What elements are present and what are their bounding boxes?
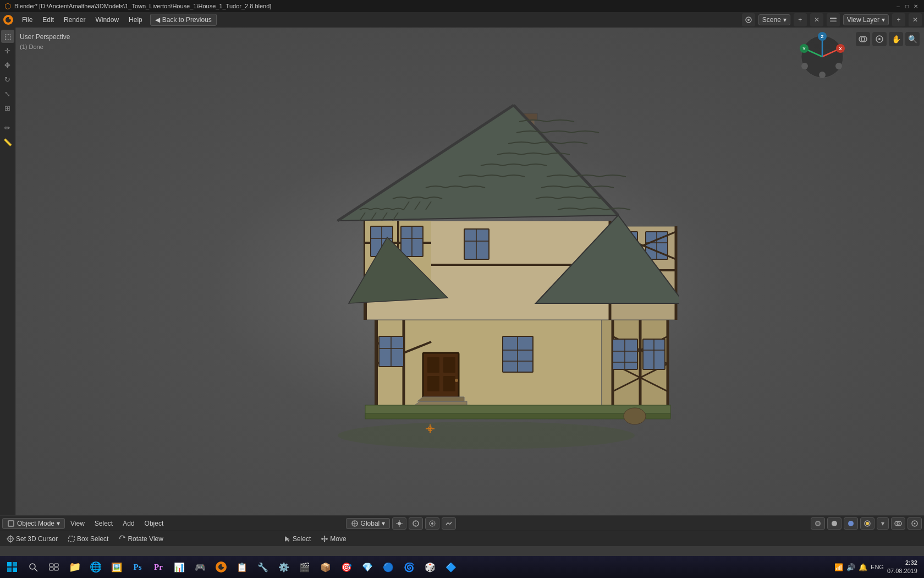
move-tool[interactable]: ✥ <box>1 58 14 72</box>
svg-point-122 <box>832 521 837 526</box>
back-arrow-icon: ◀ <box>155 16 160 24</box>
taskbar-steam[interactable]: 🎮 <box>190 557 210 577</box>
add-menu-btn[interactable]: Add <box>118 519 139 528</box>
rendered-mode-btn[interactable] <box>860 517 875 530</box>
tool-group-center: Select Move <box>279 534 351 544</box>
view-layer-selector[interactable]: View Layer ▾ <box>843 14 889 25</box>
global-transform-btn[interactable]: Global ▾ <box>346 518 391 529</box>
set-cursor-tool-btn[interactable]: Set 3D Cursor <box>2 534 62 544</box>
material-mode-btn[interactable] <box>844 517 858 530</box>
viewport-shading-options[interactable]: ▾ <box>877 517 889 530</box>
volume-icon[interactable]: 🔊 <box>846 563 855 571</box>
minimize-button[interactable]: – <box>894 2 902 10</box>
rotate-tool[interactable]: ↻ <box>1 73 14 86</box>
windows-start-btn[interactable] <box>2 557 22 577</box>
taskbar-chrome[interactable]: 🌐 <box>86 557 106 577</box>
taskbar-file-explorer[interactable]: 📁 <box>65 557 85 577</box>
taskbar-app10[interactable]: 🎯 <box>337 557 356 577</box>
windows-taskview-btn[interactable] <box>44 557 64 577</box>
menu-help[interactable]: Help <box>124 14 147 25</box>
cursor-tool[interactable]: ✛ <box>1 44 14 57</box>
svg-point-4 <box>747 19 750 21</box>
taskbar-app11[interactable]: 💎 <box>358 557 377 577</box>
taskbar-premiere[interactable]: Pr <box>148 557 168 577</box>
taskbar-system-tray: 📶 🔊 🔔 ENG 2:32 07.08.2019 <box>834 559 922 576</box>
menu-render[interactable]: Render <box>59 14 90 25</box>
select-tool-btn-center[interactable]: Select <box>279 534 315 544</box>
scene-selector[interactable]: Scene ▾ <box>758 14 790 25</box>
svg-rect-73 <box>427 376 439 391</box>
taskbar-app1[interactable]: 🖼️ <box>107 557 127 577</box>
language-indicator[interactable]: ENG <box>871 564 884 570</box>
select-box-tool[interactable]: ⬚ <box>1 30 14 43</box>
pivot-point-btn[interactable] <box>392 517 406 530</box>
blender-title-icon: ⬡ <box>4 2 11 10</box>
snap-btn[interactable] <box>409 517 423 530</box>
global-label: Global <box>361 520 380 527</box>
view-layer-add-btn[interactable]: + <box>892 13 905 26</box>
notification-icon[interactable]: 🔔 <box>859 563 867 571</box>
taskbar-ps[interactable]: Ps <box>128 557 147 577</box>
taskbar-app7[interactable]: ⚙️ <box>274 557 294 577</box>
menu-window[interactable]: Window <box>91 14 123 25</box>
gizmo-toggle-btn[interactable] <box>908 517 922 530</box>
annotate-tool[interactable]: ✏ <box>1 121 14 134</box>
maximize-button[interactable]: □ <box>903 2 911 10</box>
taskbar-app8[interactable]: 🎬 <box>295 557 315 577</box>
taskbar-app5[interactable]: 📋 <box>232 557 252 577</box>
svg-text:X: X <box>839 46 842 51</box>
nav-gizmo[interactable]: X Y Z <box>798 32 847 81</box>
taskbar-app6[interactable]: 🔧 <box>253 557 273 577</box>
view-layer-icon-btn[interactable] <box>827 13 840 26</box>
close-button[interactable]: ✕ <box>912 2 920 10</box>
viewport-overlay-btn[interactable] <box>856 32 870 46</box>
falloff-btn[interactable] <box>442 517 456 530</box>
overlay-options-btn[interactable] <box>891 517 905 530</box>
scene-remove-btn[interactable]: ✕ <box>810 13 823 26</box>
view-layer-remove-btn[interactable]: ✕ <box>909 13 922 26</box>
svg-rect-109 <box>8 521 14 526</box>
viewport-gizmo-btn[interactable] <box>872 32 887 46</box>
viewport-3d[interactable]: User Perspective (1) Done <box>15 28 924 546</box>
move-tool-btn-center[interactable]: Move <box>316 534 350 544</box>
viewport-hand-btn[interactable]: ✋ <box>889 32 903 46</box>
svg-point-121 <box>816 522 820 525</box>
mode-dropdown-arrow: ▾ <box>57 520 60 527</box>
proportional-edit-btn[interactable] <box>425 517 439 530</box>
box-select-tool-btn[interactable]: Box Select <box>63 534 113 544</box>
rotate-view-label: Rotate View <box>128 535 163 543</box>
object-mode-selector[interactable]: Object Mode ▾ <box>2 518 65 529</box>
house-model-svg <box>294 89 679 463</box>
menu-file[interactable]: File <box>18 14 37 25</box>
scene-dropdown-arrow: ▾ <box>783 16 787 24</box>
rotate-view-tool-btn[interactable]: Rotate View <box>114 534 167 544</box>
taskbar-app12[interactable]: 🔵 <box>378 557 398 577</box>
svg-point-153 <box>222 564 225 567</box>
transform-tool[interactable]: ⊞ <box>1 101 14 114</box>
solid-mode-btn[interactable] <box>827 517 842 530</box>
object-menu-btn[interactable]: Object <box>140 519 168 528</box>
viewport-search-btn[interactable]: 🔍 <box>905 32 920 46</box>
svg-marker-139 <box>321 538 323 540</box>
left-toolbar: ⬚ ✛ ✥ ↻ ⤡ ⊞ ✏ 📏 <box>0 28 15 531</box>
measure-tool[interactable]: 📏 <box>1 135 14 149</box>
taskbar-app15[interactable]: 🔷 <box>441 557 461 577</box>
view-menu-btn[interactable]: View <box>66 519 89 528</box>
windows-search-btn[interactable] <box>23 557 43 577</box>
scale-tool[interactable]: ⤡ <box>1 87 14 100</box>
back-to-previous-button[interactable]: ◀ Back to Previous <box>150 14 217 26</box>
svg-rect-74 <box>443 376 455 391</box>
menu-edit[interactable]: Edit <box>38 14 58 25</box>
scene-icon-btn[interactable] <box>742 13 755 26</box>
taskbar-app13[interactable]: 🌀 <box>399 557 419 577</box>
taskbar-app14[interactable]: 🎲 <box>420 557 440 577</box>
taskbar-blender[interactable] <box>211 557 231 577</box>
scene-add-btn[interactable]: + <box>794 13 807 26</box>
taskbar-clock[interactable]: 2:32 07.08.2019 <box>887 559 917 576</box>
taskbar-app3[interactable]: 📊 <box>169 557 189 577</box>
network-icon[interactable]: 📶 <box>834 563 843 571</box>
title-bar-left: ⬡ Blender* [D:\AncientAmalthea\3DModels\… <box>4 2 271 10</box>
render-preview-btn[interactable] <box>811 517 825 530</box>
select-menu-btn[interactable]: Select <box>90 519 117 528</box>
taskbar-app9[interactable]: 📦 <box>316 557 336 577</box>
